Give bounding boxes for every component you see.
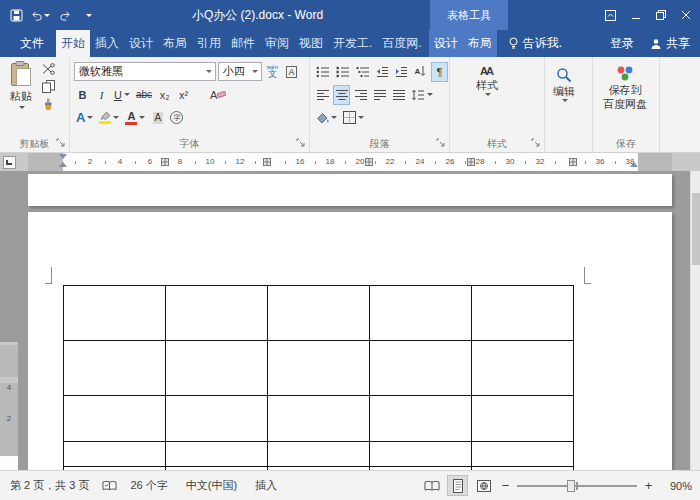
ribbon-display-options-icon[interactable] [598,0,623,30]
align-center-icon[interactable] [333,85,350,105]
save-icon[interactable] [6,2,27,28]
zoom-out-button[interactable]: − [499,478,512,493]
insert-mode[interactable]: 插入 [246,478,286,493]
copy-icon[interactable] [42,80,55,93]
font-size-select[interactable]: 小四 [218,62,262,81]
justify-icon[interactable] [371,85,388,105]
table-column-marker-icon[interactable] [569,158,577,166]
decrease-indent-icon[interactable] [374,62,391,82]
text-effects-button[interactable]: A [74,108,95,128]
table-cell[interactable] [166,442,268,466]
page-indicator[interactable]: 第 2 页，共 3 页 [8,478,98,493]
table-column-marker-icon[interactable] [365,158,373,166]
redo-icon[interactable] [54,2,75,28]
table-column-marker-icon[interactable] [263,158,271,166]
restore-icon[interactable] [648,0,673,30]
customize-qat-icon[interactable] [78,2,99,28]
table-cell[interactable] [64,341,166,395]
increase-indent-icon[interactable] [393,62,410,82]
multilevel-list-icon[interactable] [354,62,372,82]
minimize-icon[interactable] [623,0,648,30]
zoom-slider-thumb[interactable] [567,480,575,492]
ribbon-tab-1[interactable]: 插入 [90,30,124,57]
format-painter-icon[interactable] [42,98,55,111]
table-cell[interactable] [370,341,472,395]
ribbon-tab-4[interactable]: 引用 [192,30,226,57]
font-name-select[interactable]: 微软雅黑 [74,62,216,81]
horizontal-ruler[interactable]: 246810121618202224262830323638 [18,153,700,171]
bullets-icon[interactable] [314,62,332,82]
ribbon-tab-5[interactable]: 邮件 [226,30,260,57]
table-cell[interactable] [472,396,573,441]
table-cell[interactable] [472,442,573,466]
print-layout-icon[interactable] [447,475,468,496]
italic-button[interactable]: I [93,85,110,105]
highlight-color-button[interactable] [97,108,121,128]
table-cell[interactable] [166,341,268,395]
zoom-in-button[interactable]: + [642,478,655,493]
table-cell[interactable] [64,286,166,340]
bold-button[interactable]: B [74,85,91,105]
align-right-icon[interactable] [352,85,369,105]
show-marks-button[interactable]: ¶ [431,62,448,82]
clipboard-dialog-launcher-icon[interactable] [56,138,66,148]
editing-button[interactable]: 编辑 [553,67,575,102]
ribbon-tab-8[interactable]: 开发工. [328,30,377,57]
character-shading-button[interactable]: A [149,108,166,128]
web-layout-icon[interactable] [473,475,494,496]
clear-formatting-button[interactable]: A [208,85,228,105]
enclose-characters-button[interactable]: 字 [168,108,185,128]
ribbon-tab-3[interactable]: 布局 [158,30,192,57]
numbering-icon[interactable] [334,62,352,82]
paragraph-dialog-launcher-icon[interactable] [436,138,446,148]
share-button[interactable]: 共享 [642,30,698,57]
page-2[interactable] [28,212,672,470]
undo-icon[interactable] [30,2,51,28]
vertical-scrollbar[interactable] [690,171,700,470]
font-dialog-launcher-icon[interactable] [296,138,306,148]
table-cell[interactable] [472,286,573,340]
contextual-tab-1[interactable]: 布局 [463,30,497,57]
table[interactable] [63,285,574,470]
table-cell[interactable] [64,442,166,466]
ribbon-tab-2[interactable]: 设计 [124,30,158,57]
ribbon-tab-9[interactable]: 百度网. [377,30,426,57]
save-to-baidu-button[interactable]: 保存到 百度网盘 [603,65,647,110]
table-cell[interactable] [370,442,472,466]
page-1-bottom[interactable] [28,174,672,206]
language-indicator[interactable]: 中文(中国) [177,478,246,493]
line-spacing-icon[interactable] [409,85,435,105]
table-cell[interactable] [268,341,370,395]
distribute-icon[interactable] [390,85,407,105]
tell-me[interactable]: 告诉我. [501,30,569,57]
scrollbar-thumb[interactable] [692,193,700,265]
table-cell[interactable] [166,396,268,441]
read-mode-icon[interactable] [421,475,442,496]
contextual-tab-0[interactable]: 设计 [429,30,463,57]
word-count[interactable]: 26 个字 [121,478,176,493]
paste-button[interactable]: 粘贴 [3,61,39,135]
styles-dialog-launcher-icon[interactable] [531,138,541,148]
ribbon-tab-7[interactable]: 视图 [294,30,328,57]
ribbon-tab-6[interactable]: 审阅 [260,30,294,57]
borders-icon[interactable] [341,108,366,128]
cut-icon[interactable] [42,63,55,75]
underline-button[interactable]: U [112,85,132,105]
first-line-indent-marker[interactable] [59,154,67,159]
shading-icon[interactable] [314,108,339,128]
font-color-button[interactable]: A [123,108,147,128]
table-cell[interactable] [370,286,472,340]
right-indent-marker[interactable] [630,162,638,167]
undo-dropdown-icon[interactable] [44,14,50,17]
table-cell[interactable] [268,442,370,466]
zoom-slider[interactable] [517,478,637,493]
pinyin-guide-button[interactable]: wén文 [264,62,281,82]
tab-file[interactable]: 文件 [8,30,56,57]
sort-icon[interactable]: A [412,62,429,82]
table-cell[interactable] [268,396,370,441]
table-cell[interactable] [166,286,268,340]
close-icon[interactable] [673,0,698,30]
table-cell[interactable] [370,396,472,441]
styles-button[interactable]: A A 样式 [476,65,498,96]
sign-in-button[interactable]: 登录 [602,30,642,57]
